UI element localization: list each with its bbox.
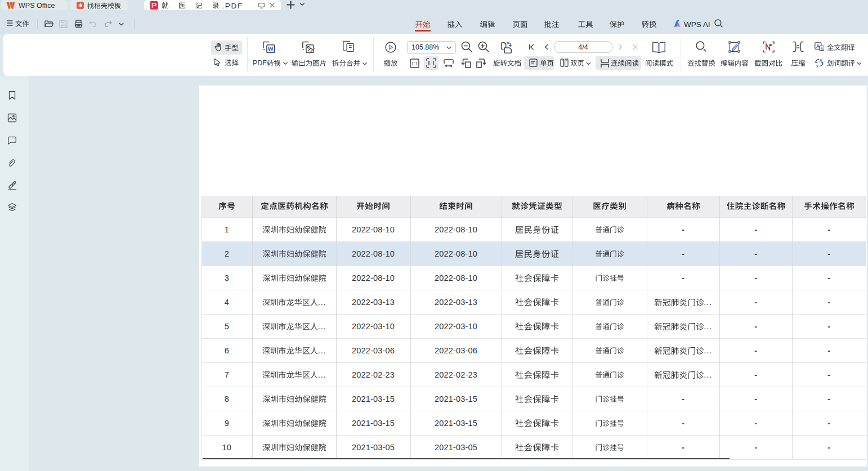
svg-text:1:1: 1:1 [411, 61, 418, 66]
svg-text:A: A [819, 58, 822, 64]
svg-text:x: x [816, 64, 818, 68]
